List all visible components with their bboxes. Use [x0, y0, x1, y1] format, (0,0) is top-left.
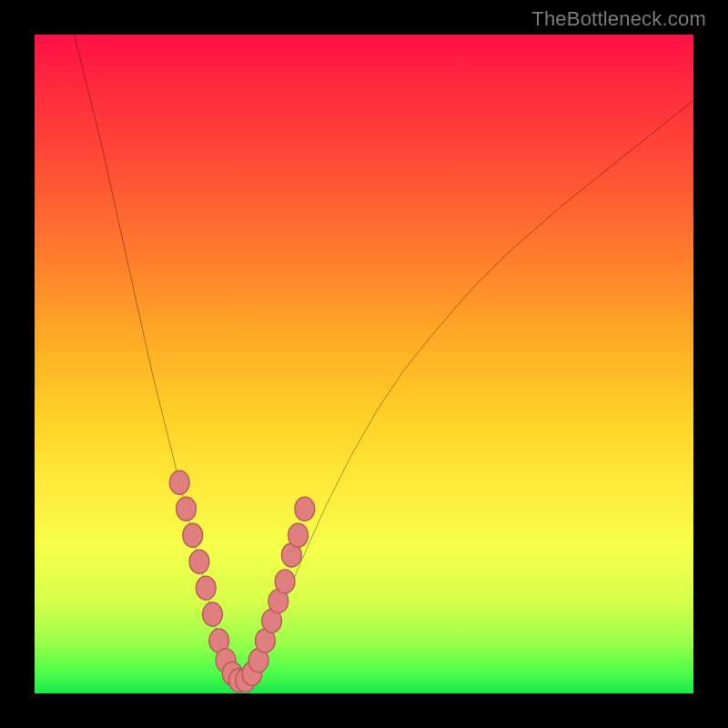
highlight-dots [169, 470, 314, 692]
highlight-dot [169, 470, 189, 494]
highlight-dot [189, 550, 209, 573]
plot-area [35, 35, 693, 693]
highlight-dot [203, 602, 223, 626]
highlight-dot [288, 523, 308, 547]
curve-layer [35, 35, 693, 693]
highlight-dot [177, 497, 197, 521]
highlight-dot [183, 523, 203, 547]
highlight-dot [295, 497, 315, 521]
highlight-dot [196, 576, 216, 600]
chart-frame: TheBottleneck.com [0, 0, 728, 728]
bottleneck-curve [74, 35, 693, 687]
watermark-text: TheBottleneck.com [531, 7, 706, 31]
highlight-dot [275, 570, 295, 593]
